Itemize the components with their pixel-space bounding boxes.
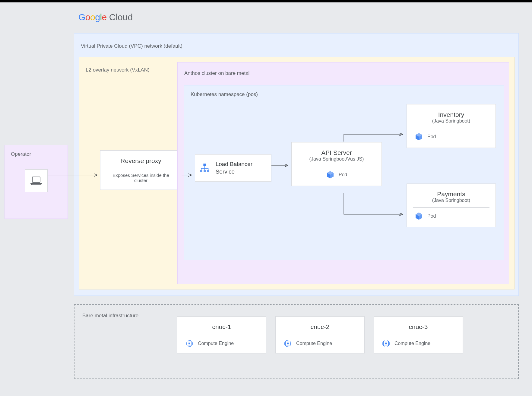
inventory-subtitle: (Java Springboot)	[413, 118, 489, 128]
infra-node-card: cnuc-2 Compute Engine	[275, 316, 365, 353]
api-server-card: API Server (Java Springboot/Vus JS) Pod	[291, 142, 382, 186]
infra-cards-row: cnuc-1 Compute Engine cnuc-2 Compute Eng…	[177, 316, 463, 353]
infra-node-name: cnuc-2	[282, 323, 358, 335]
svg-rect-2	[200, 170, 202, 172]
infra-node-name: cnuc-3	[380, 323, 457, 335]
top-bar	[0, 0, 532, 2]
k8s-namespace-label: Kubernetes namespace (pos)	[191, 91, 258, 97]
inventory-title: Inventory	[413, 111, 489, 118]
anthos-cluster-container: Anthos cluster on bare metal Kubernetes …	[177, 62, 509, 284]
svg-rect-4	[207, 170, 209, 172]
inventory-card: Inventory (Java Springboot) Pod	[407, 104, 496, 148]
infra-node-service: Compute Engine	[198, 341, 234, 346]
load-balancer-card: Load Balancer Service	[195, 154, 271, 182]
infra-node-name: cnuc-1	[183, 323, 260, 335]
reverse-proxy-title: Reverse proxy	[106, 157, 175, 169]
logo-letter-g2: g	[95, 12, 100, 22]
load-balancer-icon	[199, 162, 210, 174]
logo-letter-e: e	[102, 12, 107, 22]
logo-letter-o2: o	[90, 12, 95, 22]
compute-engine-icon	[382, 339, 390, 348]
k8s-namespace-container: Kubernetes namespace (pos) Load Balancer…	[184, 85, 504, 260]
l2-overlay-label: L2 overlay network (VxLAN)	[86, 67, 150, 73]
l2-overlay-container: L2 overlay network (VxLAN) Reverse proxy…	[79, 57, 515, 289]
svg-rect-8	[287, 343, 289, 344]
infra-node-service: Compute Engine	[296, 341, 332, 346]
api-server-pod-label: Pod	[339, 172, 347, 177]
api-server-subtitle: (Java Springboot/Vus JS)	[298, 156, 375, 166]
svg-rect-3	[204, 170, 206, 172]
pod-icon	[415, 133, 423, 141]
compute-engine-icon	[283, 339, 292, 348]
vpc-container: Virtual Private Cloud (VPC) network (def…	[74, 33, 519, 296]
svg-rect-6	[188, 343, 190, 344]
anthos-cluster-label: Anthos cluster on bare metal	[184, 70, 249, 76]
infra-node-card: cnuc-3 Compute Engine	[374, 316, 463, 353]
infra-node-card: cnuc-1 Compute Engine	[177, 316, 266, 353]
logo-letter-g: G	[78, 12, 85, 22]
laptop-icon	[30, 176, 42, 185]
reverse-proxy-card: Reverse proxy Exposes Services inside th…	[100, 150, 182, 190]
operator-container: Operator	[5, 145, 68, 219]
pod-icon	[326, 171, 334, 179]
pod-icon	[415, 212, 423, 220]
inventory-pod-label: Pod	[427, 134, 436, 139]
svg-rect-0	[32, 177, 40, 182]
load-balancer-title: Load Balancer Service	[216, 161, 267, 175]
payments-card: Payments (Java Springboot) Pod	[407, 184, 496, 227]
logo-letter-o1: o	[85, 12, 90, 22]
svg-rect-10	[385, 343, 387, 344]
google-cloud-logo: Google Cloud	[78, 12, 133, 22]
payments-title: Payments	[413, 190, 489, 198]
google-wordmark: Google	[78, 12, 107, 22]
svg-rect-1	[203, 164, 206, 166]
operator-laptop-card	[25, 169, 48, 192]
payments-pod-label: Pod	[427, 213, 436, 219]
bare-metal-infra-container: Bare metal infrastructure cnuc-1 Compute…	[74, 304, 519, 379]
reverse-proxy-desc: Exposes Services inside the cluster	[106, 173, 175, 183]
infra-node-service: Compute Engine	[394, 341, 430, 346]
vpc-label: Virtual Private Cloud (VPC) network (def…	[81, 43, 182, 49]
payments-subtitle: (Java Springboot)	[413, 198, 489, 208]
api-server-title: API Server	[298, 149, 375, 156]
cloud-wordmark: Cloud	[109, 12, 133, 22]
operator-label: Operator	[11, 151, 62, 157]
compute-engine-icon	[185, 339, 194, 348]
